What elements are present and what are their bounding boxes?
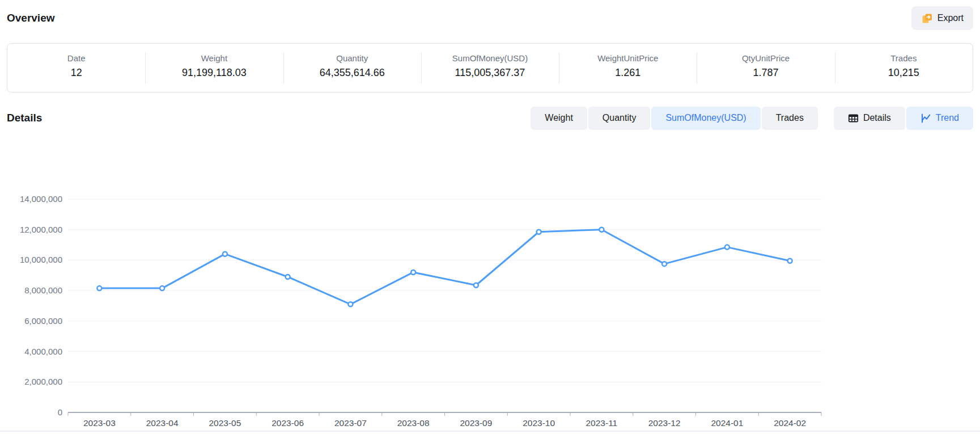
- tab-quantity[interactable]: Quantity: [588, 107, 651, 130]
- tab-weight[interactable]: Weight: [531, 107, 587, 130]
- overview-header: Overview Export: [7, 6, 973, 31]
- x-axis-label: 2024-02: [774, 418, 806, 428]
- chart-point[interactable]: [411, 270, 415, 275]
- export-button[interactable]: Export: [911, 6, 973, 30]
- y-axis-label: 0: [58, 407, 62, 417]
- y-axis-label: 6,000,000: [24, 316, 62, 326]
- tab-trend-label: Trend: [936, 113, 959, 123]
- stat-value: 1.261: [615, 67, 640, 79]
- stat-value: 10,215: [888, 67, 919, 79]
- x-axis-label: 2023-07: [334, 418, 367, 428]
- x-axis-label: 2023-10: [523, 418, 555, 428]
- chart-line: [99, 230, 790, 305]
- stat-value: 1.787: [753, 67, 779, 79]
- line-chart-icon: [920, 113, 931, 124]
- stat-qty-unit-price: QtyUnitPrice 1.787: [697, 44, 834, 92]
- overview-title: Overview: [7, 12, 55, 24]
- chart-point[interactable]: [160, 286, 164, 290]
- tab-details-label: Details: [863, 113, 891, 123]
- chart-point[interactable]: [725, 245, 729, 250]
- trend-chart: 02,000,0004,000,0006,000,0008,000,00010,…: [0, 166, 980, 433]
- chart-point[interactable]: [348, 302, 353, 306]
- y-axis-label: 4,000,000: [24, 347, 62, 356]
- stat-label: WeightUnitPrice: [597, 53, 658, 63]
- stat-label: Weight: [201, 53, 227, 63]
- stat-value: 115,005,367.37: [455, 67, 525, 79]
- tab-trend-view[interactable]: Trend: [906, 107, 973, 130]
- chart-point[interactable]: [286, 275, 290, 279]
- y-axis-label: 8,000,000: [24, 285, 62, 295]
- y-axis-label: 10,000,000: [20, 255, 62, 264]
- x-axis-label: 2023-09: [460, 418, 492, 428]
- tab-details-view[interactable]: Details: [834, 107, 905, 130]
- y-axis-label: 2,000,000: [24, 377, 62, 386]
- stat-date: Date 12: [7, 44, 145, 92]
- export-icon: [921, 12, 933, 24]
- chart-point[interactable]: [97, 286, 101, 290]
- x-axis-label: 2023-06: [271, 418, 304, 428]
- stat-value: 64,355,614.66: [320, 67, 385, 79]
- stat-sum-of-money: SumOfMoney(USD) 115,005,367.37: [421, 44, 559, 92]
- stat-trades: Trades 10,215: [835, 44, 973, 92]
- chart-point[interactable]: [537, 230, 541, 234]
- export-button-label: Export: [937, 13, 964, 23]
- chart-point[interactable]: [223, 252, 227, 256]
- trend-chart-svg: 02,000,0004,000,0006,000,0008,000,00010,…: [0, 166, 980, 433]
- tab-trades[interactable]: Trades: [762, 107, 818, 130]
- chart-point[interactable]: [662, 262, 667, 266]
- x-axis-label: 2024-01: [711, 418, 743, 428]
- stat-weight: Weight 91,199,118.03: [145, 44, 283, 92]
- metric-tab-group: Weight Quantity SumOfMoney(USD) Trades: [531, 107, 818, 130]
- dashboard-page: Overview Export Date 12 Weight 91,199,11…: [0, 6, 980, 130]
- x-axis-label: 2023-04: [146, 418, 179, 428]
- stat-value: 91,199,118.03: [182, 67, 247, 79]
- stat-quantity: Quantity 64,355,614.66: [283, 44, 421, 92]
- details-header: Details Weight Quantity SumOfMoney(USD) …: [7, 106, 973, 130]
- stat-label: Date: [67, 53, 86, 63]
- x-axis-label: 2023-12: [648, 418, 681, 428]
- details-title: Details: [7, 112, 42, 124]
- x-axis-label: 2023-08: [397, 418, 430, 428]
- table-icon: [848, 113, 859, 124]
- stat-label: QtyUnitPrice: [742, 53, 790, 63]
- y-axis-label: 12,000,000: [20, 225, 62, 234]
- stat-label: Quantity: [336, 53, 368, 63]
- x-axis-label: 2023-03: [83, 418, 116, 428]
- view-tab-group: Details Trend: [834, 107, 973, 130]
- stats-card: Date 12 Weight 91,199,118.03 Quantity 64…: [7, 43, 973, 92]
- x-axis-label: 2023-05: [209, 418, 241, 428]
- stat-label: SumOfMoney(USD): [452, 53, 528, 63]
- stat-label: Trades: [890, 53, 917, 63]
- y-axis-label: 14,000,000: [20, 194, 62, 204]
- chart-point[interactable]: [788, 259, 792, 263]
- chart-point[interactable]: [599, 227, 604, 232]
- stat-value: 12: [71, 67, 82, 79]
- stat-weight-unit-price: WeightUnitPrice 1.261: [559, 44, 697, 92]
- chart-point[interactable]: [474, 283, 478, 288]
- tab-sum-of-money[interactable]: SumOfMoney(USD): [651, 107, 760, 130]
- x-axis-label: 2023-11: [586, 418, 618, 428]
